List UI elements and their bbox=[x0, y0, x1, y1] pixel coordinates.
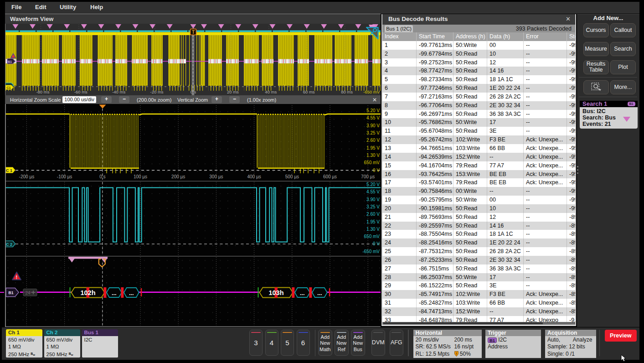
svg-text:20 ms: 20 ms bbox=[227, 89, 239, 94]
svg-text:3.90 V: 3.90 V bbox=[366, 197, 380, 202]
svg-text:C 2: C 2 bbox=[6, 242, 12, 247]
svg-text:0 V: 0 V bbox=[373, 168, 380, 173]
svg-text:...: ... bbox=[317, 290, 322, 296]
svg-text:24: 24 bbox=[25, 290, 31, 296]
svg-text:1.30 V: 1.30 V bbox=[366, 153, 380, 158]
svg-text:3.90 V: 3.90 V bbox=[366, 123, 380, 128]
svg-text:500 µs: 500 µs bbox=[285, 174, 299, 179]
svg-text:2.60 V: 2.60 V bbox=[366, 138, 380, 143]
svg-text:0 V: 0 V bbox=[373, 241, 380, 246]
svg-text:-200 µs: -200 µs bbox=[19, 174, 35, 179]
svg-text:650 mV: 650 mV bbox=[364, 234, 380, 239]
svg-text:1.30 V: 1.30 V bbox=[366, 227, 380, 232]
svg-text:4.55 V: 4.55 V bbox=[366, 189, 380, 194]
svg-text:103h: 103h bbox=[268, 289, 283, 296]
svg-text:400 µs: 400 µs bbox=[247, 174, 261, 179]
svg-text:1.95 V: 1.95 V bbox=[366, 145, 380, 150]
svg-text:...: ... bbox=[129, 290, 134, 296]
svg-text:3.25 V: 3.25 V bbox=[366, 130, 380, 135]
svg-text:-60 ms: -60 ms bbox=[74, 89, 88, 94]
svg-text:0 s: 0 s bbox=[99, 174, 105, 179]
svg-text:...: ... bbox=[300, 290, 305, 296]
svg-text:40 ms: 40 ms bbox=[265, 89, 277, 94]
svg-text:T: T bbox=[192, 30, 195, 35]
svg-text:C 1: C 1 bbox=[6, 168, 12, 173]
svg-text:5.20 V: 5.20 V bbox=[366, 108, 380, 113]
svg-text:-80 ms: -80 ms bbox=[36, 89, 49, 94]
svg-text:...: ... bbox=[112, 290, 117, 296]
svg-text:1.95 V: 1.95 V bbox=[366, 219, 380, 224]
svg-text:300 µs: 300 µs bbox=[209, 174, 223, 179]
svg-text:-40 ms: -40 ms bbox=[112, 89, 125, 94]
svg-text:!: ! bbox=[16, 275, 17, 280]
svg-text:600 µs: 600 µs bbox=[323, 174, 337, 179]
svg-text:2.60 V: 2.60 V bbox=[366, 212, 380, 217]
svg-text:-20 ms: -20 ms bbox=[150, 89, 164, 94]
svg-text:-650 mV: -650 mV bbox=[363, 89, 380, 94]
svg-text:3.25 V: 3.25 V bbox=[366, 204, 380, 209]
svg-text:700 µs: 700 µs bbox=[361, 174, 375, 179]
svg-text:200 µs: 200 µs bbox=[171, 174, 185, 179]
svg-text:102h: 102h bbox=[80, 289, 95, 296]
svg-text:B1: B1 bbox=[8, 60, 12, 64]
svg-text:60 ms: 60 ms bbox=[303, 89, 315, 94]
svg-text:-650 mV: -650 mV bbox=[362, 249, 380, 254]
svg-text:5.20 V: 5.20 V bbox=[366, 182, 380, 187]
svg-text:650 mV: 650 mV bbox=[364, 160, 380, 165]
svg-text:100 µs: 100 µs bbox=[134, 174, 147, 179]
svg-text:-100 µs: -100 µs bbox=[57, 174, 72, 179]
svg-text:4.55 V: 4.55 V bbox=[366, 115, 380, 120]
svg-text:C1: C1 bbox=[6, 86, 11, 90]
svg-text:!: ! bbox=[456, 352, 457, 355]
svg-text:B1: B1 bbox=[9, 290, 14, 295]
svg-text:80 ms: 80 ms bbox=[341, 89, 353, 94]
